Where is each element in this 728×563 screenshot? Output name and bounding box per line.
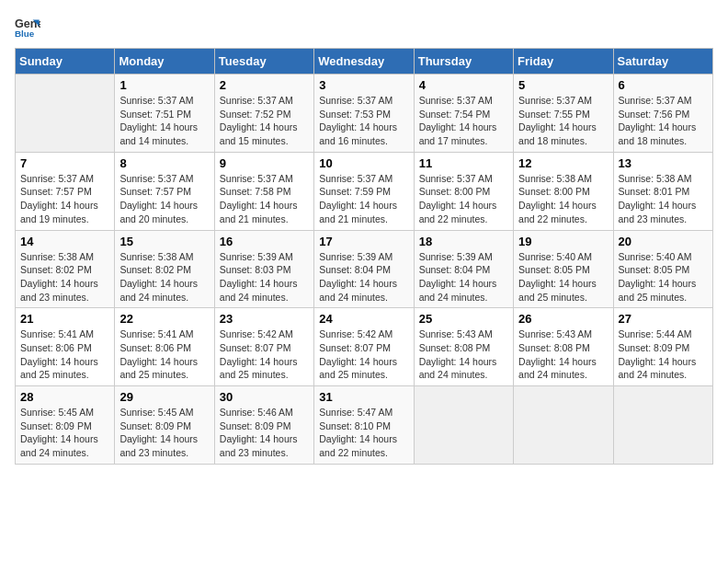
cell-info: Sunrise: 5:38 AM Sunset: 8:02 PM Dayligh…: [119, 250, 209, 304]
cell-info: Sunrise: 5:38 AM Sunset: 8:00 PM Dayligh…: [518, 172, 608, 226]
day-number: 30: [220, 390, 309, 404]
calendar-cell: 19Sunrise: 5:40 AM Sunset: 8:05 PM Dayli…: [514, 230, 613, 308]
day-header-tuesday: Tuesday: [214, 49, 313, 75]
cell-info: Sunrise: 5:43 AM Sunset: 8:08 PM Dayligh…: [518, 327, 608, 382]
calendar-cell: [514, 386, 613, 465]
calendar-cell: 26Sunrise: 5:43 AM Sunset: 8:08 PM Dayli…: [514, 308, 613, 386]
calendar-cell: 10Sunrise: 5:37 AM Sunset: 7:59 PM Dayli…: [314, 152, 414, 230]
day-number: 10: [319, 156, 408, 170]
calendar-cell: 11Sunrise: 5:37 AM Sunset: 8:00 PM Dayli…: [414, 152, 513, 230]
day-number: 9: [220, 156, 309, 170]
cell-info: Sunrise: 5:46 AM Sunset: 8:09 PM Dayligh…: [220, 406, 309, 460]
day-number: 29: [119, 390, 209, 404]
day-header-thursday: Thursday: [414, 49, 513, 75]
cell-info: Sunrise: 5:37 AM Sunset: 7:57 PM Dayligh…: [20, 172, 109, 226]
logo-icon: General Blue: [15, 15, 40, 40]
cell-info: Sunrise: 5:45 AM Sunset: 8:09 PM Dayligh…: [20, 406, 109, 460]
logo: General Blue: [15, 15, 44, 40]
calendar-cell: [613, 386, 712, 465]
day-header-wednesday: Wednesday: [314, 49, 414, 75]
calendar-cell: 24Sunrise: 5:42 AM Sunset: 8:07 PM Dayli…: [314, 308, 414, 386]
calendar-cell: 22Sunrise: 5:41 AM Sunset: 8:06 PM Dayli…: [115, 308, 214, 386]
calendar-cell: 1Sunrise: 5:37 AM Sunset: 7:51 PM Daylig…: [115, 75, 214, 153]
cell-info: Sunrise: 5:39 AM Sunset: 8:04 PM Dayligh…: [419, 250, 508, 304]
calendar-cell: 30Sunrise: 5:46 AM Sunset: 8:09 PM Dayli…: [214, 386, 313, 465]
calendar-cell: 18Sunrise: 5:39 AM Sunset: 8:04 PM Dayli…: [414, 230, 513, 308]
day-number: 1: [119, 78, 209, 92]
cell-info: Sunrise: 5:37 AM Sunset: 8:00 PM Dayligh…: [419, 172, 508, 226]
cell-info: Sunrise: 5:37 AM Sunset: 7:57 PM Dayligh…: [119, 172, 209, 226]
day-header-friday: Friday: [514, 49, 613, 75]
day-number: 20: [619, 235, 708, 248]
cell-info: Sunrise: 5:39 AM Sunset: 8:04 PM Dayligh…: [319, 250, 408, 304]
day-number: 3: [319, 78, 408, 92]
cell-info: Sunrise: 5:38 AM Sunset: 8:02 PM Dayligh…: [20, 250, 109, 304]
day-number: 19: [518, 235, 608, 248]
calendar-cell: 13Sunrise: 5:38 AM Sunset: 8:01 PM Dayli…: [613, 152, 712, 230]
day-number: 15: [119, 235, 209, 248]
calendar-table: SundayMondayTuesdayWednesdayThursdayFrid…: [15, 48, 713, 465]
calendar-cell: [16, 75, 115, 153]
calendar-cell: 23Sunrise: 5:42 AM Sunset: 8:07 PM Dayli…: [214, 308, 313, 386]
calendar-cell: 6Sunrise: 5:37 AM Sunset: 7:56 PM Daylig…: [613, 75, 712, 153]
calendar-cell: 21Sunrise: 5:41 AM Sunset: 8:06 PM Dayli…: [16, 308, 115, 386]
calendar-cell: 17Sunrise: 5:39 AM Sunset: 8:04 PM Dayli…: [314, 230, 414, 308]
cell-info: Sunrise: 5:38 AM Sunset: 8:01 PM Dayligh…: [619, 172, 708, 226]
calendar-cell: 27Sunrise: 5:44 AM Sunset: 8:09 PM Dayli…: [613, 308, 712, 386]
calendar-cell: 31Sunrise: 5:47 AM Sunset: 8:10 PM Dayli…: [314, 386, 414, 465]
day-number: 13: [619, 156, 708, 170]
day-number: 4: [419, 78, 508, 92]
calendar-cell: 28Sunrise: 5:45 AM Sunset: 8:09 PM Dayli…: [16, 386, 115, 465]
day-number: 16: [220, 235, 309, 248]
calendar-cell: 16Sunrise: 5:39 AM Sunset: 8:03 PM Dayli…: [214, 230, 313, 308]
day-number: 7: [20, 156, 109, 170]
cell-info: Sunrise: 5:40 AM Sunset: 8:05 PM Dayligh…: [518, 250, 608, 304]
cell-info: Sunrise: 5:43 AM Sunset: 8:08 PM Dayligh…: [419, 327, 508, 382]
cell-info: Sunrise: 5:47 AM Sunset: 8:10 PM Dayligh…: [319, 406, 408, 460]
day-number: 11: [419, 156, 508, 170]
day-number: 14: [20, 235, 109, 248]
cell-info: Sunrise: 5:41 AM Sunset: 8:06 PM Dayligh…: [20, 327, 109, 382]
calendar-cell: 15Sunrise: 5:38 AM Sunset: 8:02 PM Dayli…: [115, 230, 214, 308]
day-number: 8: [119, 156, 209, 170]
day-number: 18: [419, 235, 508, 248]
day-number: 6: [619, 78, 708, 92]
cell-info: Sunrise: 5:41 AM Sunset: 8:06 PM Dayligh…: [119, 327, 209, 382]
day-number: 25: [419, 312, 508, 326]
calendar-cell: 25Sunrise: 5:43 AM Sunset: 8:08 PM Dayli…: [414, 308, 513, 386]
day-number: 23: [220, 312, 309, 326]
day-header-sunday: Sunday: [16, 49, 115, 75]
cell-info: Sunrise: 5:39 AM Sunset: 8:03 PM Dayligh…: [220, 250, 309, 304]
cell-info: Sunrise: 5:37 AM Sunset: 7:51 PM Dayligh…: [119, 94, 209, 148]
cell-info: Sunrise: 5:42 AM Sunset: 8:07 PM Dayligh…: [319, 327, 408, 382]
calendar-cell: 4Sunrise: 5:37 AM Sunset: 7:54 PM Daylig…: [414, 75, 513, 153]
cell-info: Sunrise: 5:40 AM Sunset: 8:05 PM Dayligh…: [619, 250, 708, 304]
calendar-cell: 7Sunrise: 5:37 AM Sunset: 7:57 PM Daylig…: [16, 152, 115, 230]
calendar-cell: 20Sunrise: 5:40 AM Sunset: 8:05 PM Dayli…: [613, 230, 712, 308]
cell-info: Sunrise: 5:37 AM Sunset: 7:58 PM Dayligh…: [220, 172, 309, 226]
day-number: 5: [518, 78, 608, 92]
cell-info: Sunrise: 5:45 AM Sunset: 8:09 PM Dayligh…: [119, 406, 209, 460]
page-header: General Blue: [15, 15, 713, 40]
cell-info: Sunrise: 5:37 AM Sunset: 7:53 PM Dayligh…: [319, 94, 408, 148]
day-number: 26: [518, 312, 608, 326]
day-number: 27: [619, 312, 708, 326]
calendar-cell: [414, 386, 513, 465]
cell-info: Sunrise: 5:37 AM Sunset: 7:59 PM Dayligh…: [319, 172, 408, 226]
cell-info: Sunrise: 5:37 AM Sunset: 7:52 PM Dayligh…: [220, 94, 309, 148]
day-number: 21: [20, 312, 109, 326]
cell-info: Sunrise: 5:42 AM Sunset: 8:07 PM Dayligh…: [220, 327, 309, 382]
calendar-cell: 2Sunrise: 5:37 AM Sunset: 7:52 PM Daylig…: [214, 75, 313, 153]
day-number: 28: [20, 390, 109, 404]
day-number: 24: [319, 312, 408, 326]
calendar-cell: 3Sunrise: 5:37 AM Sunset: 7:53 PM Daylig…: [314, 75, 414, 153]
calendar-cell: 29Sunrise: 5:45 AM Sunset: 8:09 PM Dayli…: [115, 386, 214, 465]
day-number: 22: [119, 312, 209, 326]
calendar-cell: 8Sunrise: 5:37 AM Sunset: 7:57 PM Daylig…: [115, 152, 214, 230]
calendar-cell: 14Sunrise: 5:38 AM Sunset: 8:02 PM Dayli…: [16, 230, 115, 308]
cell-info: Sunrise: 5:44 AM Sunset: 8:09 PM Dayligh…: [619, 327, 708, 382]
cell-info: Sunrise: 5:37 AM Sunset: 7:55 PM Dayligh…: [518, 94, 608, 148]
day-number: 17: [319, 235, 408, 248]
day-number: 31: [319, 390, 408, 404]
calendar-cell: 5Sunrise: 5:37 AM Sunset: 7:55 PM Daylig…: [514, 75, 613, 153]
